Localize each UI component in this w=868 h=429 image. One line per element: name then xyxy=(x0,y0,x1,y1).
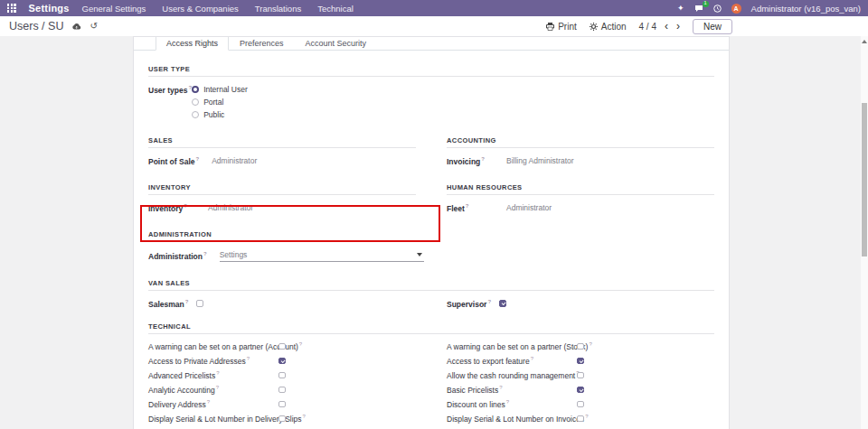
checkbox-field[interactable]: Supervisor xyxy=(447,299,714,309)
radio-icon[interactable] xyxy=(192,86,199,93)
apps-grid-icon[interactable] xyxy=(7,4,16,13)
top-menu-item-3[interactable]: Technical xyxy=(317,4,354,14)
app-name[interactable]: Settings xyxy=(29,3,70,14)
technical-row-label: Delivery Address xyxy=(148,399,278,409)
checkbox-field-label: Supervisor xyxy=(447,299,491,309)
checkbox[interactable] xyxy=(577,358,584,365)
technical-row[interactable]: Manage Different Stock Owners xyxy=(447,425,714,429)
top-menu-item-0[interactable]: General Settings xyxy=(82,4,146,14)
invoicing-value[interactable]: Billing Administrator xyxy=(506,156,574,165)
notebook-tabs: Access RightsPreferencesAccount Security xyxy=(134,37,729,51)
fleet-value[interactable]: Administrator xyxy=(506,203,552,212)
star-icon[interactable]: ✦ xyxy=(677,5,684,13)
technical-row-label: A warning can be set on a partner (Accou… xyxy=(148,341,278,351)
scrollbar-thumb[interactable] xyxy=(862,103,867,256)
fleet-label: Fleet xyxy=(447,203,494,213)
technical-row[interactable]: Allow the cash rounding management xyxy=(447,368,714,382)
section-title: SALES xyxy=(148,136,416,148)
checkbox[interactable] xyxy=(278,415,286,423)
checkbox[interactable] xyxy=(278,343,286,350)
checkbox[interactable] xyxy=(577,415,584,423)
invoicing-label: Invoicing xyxy=(447,156,494,166)
technical-row-label: Access to Private Addresses xyxy=(148,356,278,366)
administration-select[interactable]: Settings xyxy=(220,250,424,262)
technical-row[interactable]: Delivery Address xyxy=(148,396,416,411)
section-inventory: INVENTORY Inventory Administrator xyxy=(148,183,416,213)
scroll-up-icon[interactable] xyxy=(862,40,867,43)
checkbox[interactable] xyxy=(577,343,584,350)
checkbox-field-label: Salesman xyxy=(148,299,188,309)
checkbox-field[interactable]: Salesman xyxy=(148,299,416,309)
checkbox[interactable] xyxy=(577,372,584,379)
technical-row[interactable]: Basic Pricelists xyxy=(447,382,714,396)
checkbox[interactable] xyxy=(196,300,203,307)
top-menu-item-2[interactable]: Translations xyxy=(255,4,301,14)
vertical-scrollbar[interactable] xyxy=(861,36,868,429)
section-title: INVENTORY xyxy=(148,183,416,195)
checkbox[interactable] xyxy=(577,387,584,394)
section-title: USER TYPE xyxy=(148,65,714,77)
radio-option[interactable]: Internal User xyxy=(192,85,248,94)
content-background: Access RightsPreferencesAccount Security… xyxy=(0,36,868,429)
messages-icon[interactable]: 1 xyxy=(694,5,703,13)
tab-access-rights[interactable]: Access Rights xyxy=(156,36,229,51)
technical-row[interactable]: A warning can be set on a partner (Stock… xyxy=(447,339,714,353)
radio-icon[interactable] xyxy=(192,111,199,118)
tab-preferences[interactable]: Preferences xyxy=(229,36,295,51)
pager-value: 4 / 4 xyxy=(639,22,656,32)
checkbox[interactable] xyxy=(278,372,286,379)
section-accounting: ACCOUNTING Invoicing Billing Administrat… xyxy=(447,136,714,166)
section-title: TECHNICAL xyxy=(148,322,714,334)
technical-row[interactable]: Display Serial & Lot Number in Delivery … xyxy=(148,411,416,425)
user-avatar[interactable]: A xyxy=(731,4,741,14)
print-button[interactable]: Print xyxy=(546,22,577,32)
point-of-sale-value[interactable]: Administrator xyxy=(212,156,257,165)
technical-row-label: Advanced Pricelists xyxy=(148,370,278,380)
technical-row-label: Discount on lines xyxy=(447,399,577,409)
inventory-value[interactable]: Administrator xyxy=(208,203,253,212)
form-sheet: Access RightsPreferencesAccount Security… xyxy=(133,36,730,429)
save-cloud-icon[interactable] xyxy=(71,23,81,31)
technical-row[interactable]: A warning can be set on a partner (Accou… xyxy=(148,339,416,353)
activities-clock-icon[interactable] xyxy=(713,5,722,13)
checkbox[interactable] xyxy=(499,300,506,307)
action-button[interactable]: Action xyxy=(590,22,627,32)
top-menu: General SettingsUsers & CompaniesTransla… xyxy=(82,4,354,14)
administration-label: Administration xyxy=(148,251,207,261)
radio-option-label: Internal User xyxy=(203,85,248,94)
section-user-type: USER TYPE User types Internal UserPortal… xyxy=(148,65,714,119)
technical-row[interactable]: Access to export feature xyxy=(447,353,714,368)
radio-option[interactable]: Public xyxy=(192,110,248,119)
user-menu[interactable]: Administrator (v16_pos_van) xyxy=(751,4,861,14)
breadcrumb[interactable]: Users / SU xyxy=(9,20,63,33)
pager-previous-icon[interactable]: ‹ xyxy=(665,21,668,32)
gear-icon xyxy=(590,23,598,31)
radio-icon[interactable] xyxy=(192,98,199,106)
technical-row[interactable]: Advanced Pricelists xyxy=(148,368,416,382)
technical-row[interactable]: Mail Template Editor xyxy=(148,425,416,429)
discard-icon[interactable]: ↺ xyxy=(90,22,97,31)
pager-next-icon[interactable]: › xyxy=(676,21,680,32)
control-panel: Users / SU ↺ Print Action 4 / 4 ‹ › New xyxy=(0,16,868,36)
technical-row[interactable]: Discount on lines xyxy=(447,396,714,411)
technical-row-label: Access to export feature xyxy=(447,356,577,366)
checkbox[interactable] xyxy=(577,401,584,408)
new-button[interactable]: New xyxy=(693,19,732,34)
administration-value: Settings xyxy=(220,250,248,259)
section-title: VAN SALES xyxy=(148,279,714,291)
radio-option[interactable]: Portal xyxy=(192,98,248,107)
technical-row[interactable]: Access to Private Addresses xyxy=(148,353,416,368)
technical-row-label: Basic Pricelists xyxy=(447,385,577,395)
section-title: HUMAN RESOURCES xyxy=(447,183,714,195)
technical-row-label: A warning can be set on a partner (Stock… xyxy=(447,341,577,351)
technical-row-label: Allow the cash rounding management xyxy=(447,370,577,380)
checkbox[interactable] xyxy=(278,401,286,408)
tab-account-security[interactable]: Account Security xyxy=(295,36,378,51)
technical-row[interactable]: Display Serial & Lot Number on Invoices xyxy=(447,411,714,425)
checkbox[interactable] xyxy=(278,358,286,365)
top-menu-item-1[interactable]: Users & Companies xyxy=(162,4,238,14)
technical-row-label: Analytic Accounting xyxy=(148,385,278,395)
technical-row-label: Display Serial & Lot Number on Invoices xyxy=(447,414,577,424)
checkbox[interactable] xyxy=(278,387,286,394)
technical-row[interactable]: Analytic Accounting xyxy=(148,382,416,396)
